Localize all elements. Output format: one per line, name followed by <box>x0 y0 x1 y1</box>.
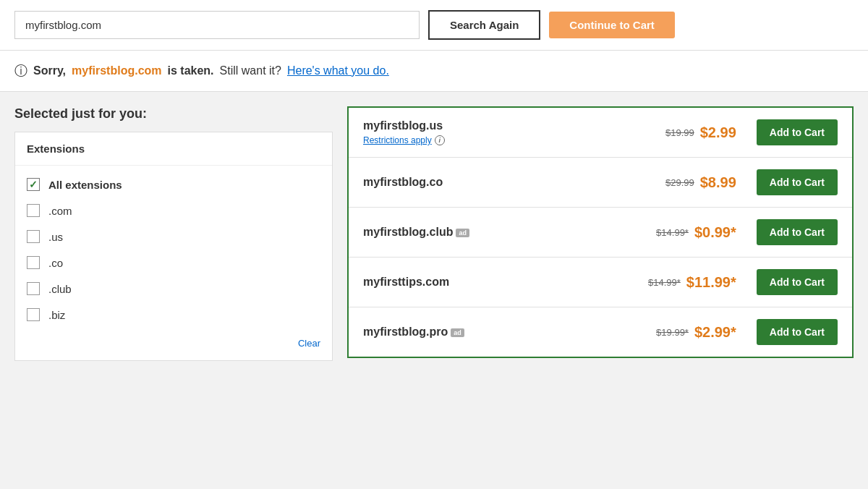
continue-to-cart-button[interactable]: Continue to Cart <box>549 12 675 38</box>
restrictions-link[interactable]: Restrictions apply <box>363 135 432 145</box>
extension-item-us[interactable]: .us <box>15 224 332 250</box>
new-price: $0.99* <box>694 224 736 241</box>
domain-name: myfirstblog.clubad <box>363 226 469 238</box>
extension-checkbox[interactable] <box>27 230 40 243</box>
domain-info: myfirsttips.com <box>363 276 639 289</box>
old-price: $29.99 <box>665 177 694 188</box>
sorry-text: Sorry, <box>33 64 66 77</box>
extension-label: .co <box>48 257 63 269</box>
add-to-cart-button[interactable]: Add to Cart <box>757 269 838 295</box>
add-to-cart-button[interactable]: Add to Cart <box>757 169 838 195</box>
header-bar: Search Again Continue to Cart <box>0 0 868 51</box>
domain-info: myfirstblog.clubad <box>363 226 647 239</box>
domain-row: myfirsttips.com$14.99*$11.99*Add to Cart <box>349 258 852 307</box>
extensions-header: Extensions <box>15 132 332 166</box>
domain-row: myfirstblog.usRestrictions applyi$19.99$… <box>349 108 852 158</box>
ad-badge: ad <box>451 328 464 337</box>
clear-link[interactable]: Clear <box>15 333 332 353</box>
extension-checkbox[interactable] <box>27 308 40 321</box>
domain-name: myfirstblog.proad <box>363 326 464 338</box>
extensions-panel: Extensions ✓All extensions.com.us.co.clu… <box>14 132 333 361</box>
extensions-list: ✓All extensions.com.us.co.club.biz <box>15 166 332 333</box>
taken-domain: myfirstblog.com <box>72 64 161 77</box>
extension-checkbox[interactable] <box>27 256 40 269</box>
domain-info: myfirstblog.usRestrictions applyi <box>363 119 657 145</box>
price-section: $19.99*$2.99* <box>656 324 736 341</box>
is-taken-text: is taken. <box>168 64 214 77</box>
domain-info: myfirstblog.proad <box>363 326 647 339</box>
extension-checkbox[interactable] <box>27 282 40 295</box>
taken-notice: ⓘ Sorry, myfirstblog.com is taken. Still… <box>0 51 868 92</box>
search-input[interactable] <box>14 11 420 39</box>
new-price: $8.99 <box>700 174 736 191</box>
ad-badge: ad <box>456 229 469 237</box>
extension-checkbox[interactable]: ✓ <box>27 178 40 191</box>
old-price: $14.99* <box>648 277 681 288</box>
extension-label: .biz <box>48 309 65 321</box>
domain-name: myfirsttips.com <box>363 276 449 288</box>
restrictions-info-icon: i <box>435 135 445 145</box>
section-title: Selected just for you: <box>14 106 333 122</box>
price-section: $19.99$2.99 <box>665 124 736 141</box>
old-price: $19.99* <box>656 327 689 338</box>
extension-item-club[interactable]: .club <box>15 276 332 302</box>
domain-name: myfirstblog.us <box>363 119 443 132</box>
new-price: $2.99* <box>694 324 736 341</box>
extension-label: .com <box>48 205 72 217</box>
price-section: $14.99*$0.99* <box>656 224 736 241</box>
price-section: $14.99*$11.99* <box>648 274 736 291</box>
left-panel: Selected just for you: Extensions ✓All e… <box>14 106 333 361</box>
extension-label: .club <box>48 283 72 295</box>
restrictions-container: Restrictions applyi <box>363 135 657 145</box>
domain-info: myfirstblog.co <box>363 176 657 189</box>
old-price: $14.99* <box>656 227 689 238</box>
price-section: $29.99$8.99 <box>665 174 736 191</box>
extension-item-biz[interactable]: .biz <box>15 302 332 328</box>
add-to-cart-button[interactable]: Add to Cart <box>757 219 838 245</box>
whats-to-do-link[interactable]: Here's what you do. <box>287 64 389 77</box>
domain-name: myfirstblog.co <box>363 176 443 188</box>
old-price: $19.99 <box>665 127 694 138</box>
extension-label: .us <box>48 231 63 243</box>
search-again-button[interactable]: Search Again <box>428 10 540 40</box>
extension-item-com[interactable]: .com <box>15 197 332 224</box>
checkmark-icon: ✓ <box>29 179 38 190</box>
info-icon: ⓘ <box>14 62 27 80</box>
results-panel: myfirstblog.usRestrictions applyi$19.99$… <box>347 106 854 358</box>
domain-row: myfirstblog.proad$19.99*$2.99*Add to Car… <box>349 307 852 357</box>
add-to-cart-button[interactable]: Add to Cart <box>757 119 838 145</box>
new-price: $11.99* <box>686 274 736 291</box>
extension-item-all extensions[interactable]: ✓All extensions <box>15 171 332 197</box>
new-price: $2.99 <box>700 124 736 141</box>
extension-checkbox[interactable] <box>27 204 40 217</box>
extension-label: All extensions <box>48 179 122 191</box>
domain-row: myfirstblog.clubad$14.99*$0.99*Add to Ca… <box>349 208 852 258</box>
extension-item-co[interactable]: .co <box>15 250 332 276</box>
domain-row: myfirstblog.co$29.99$8.99Add to Cart <box>349 158 852 208</box>
still-want-text: Still want it? <box>220 64 281 77</box>
add-to-cart-button[interactable]: Add to Cart <box>757 319 838 345</box>
main-content: Selected just for you: Extensions ✓All e… <box>0 92 868 375</box>
